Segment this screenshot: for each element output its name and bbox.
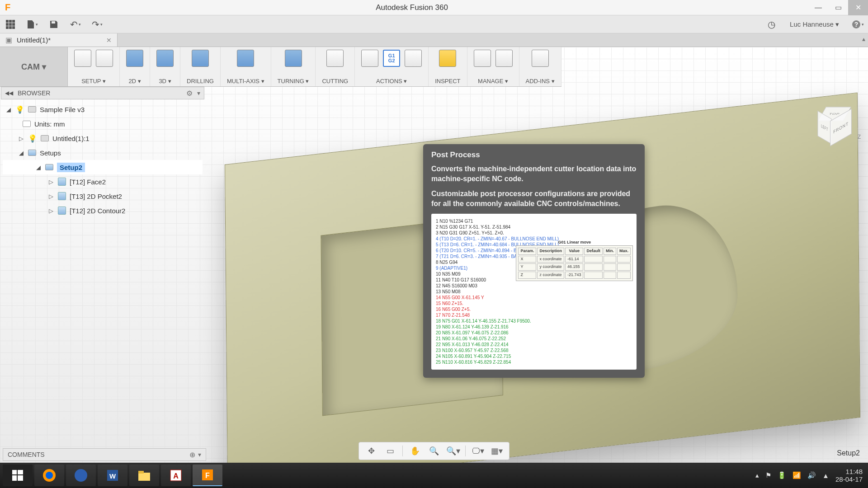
tree-op-pocket[interactable]: ▷ [T13] 2D Pocket2 (3, 189, 203, 203)
grid-settings-icon[interactable]: ▦▾ (488, 444, 505, 458)
ribbon-label-drilling[interactable]: DRILLING (187, 78, 214, 84)
close-button[interactable]: ✕ (848, 0, 868, 15)
visibility-icon[interactable]: 💡 (28, 134, 37, 143)
tree-op-contour[interactable]: ▷ [T12] 2D Contour2 (3, 203, 203, 218)
ribbon-label-cutting[interactable]: CUTTING (322, 78, 348, 84)
expand-icon[interactable]: ▷ (18, 135, 24, 142)
setup-icon[interactable] (74, 50, 91, 67)
simulate-icon[interactable] (361, 50, 378, 67)
comments-panel[interactable]: COMMENTS ⊕ ▾ (3, 448, 206, 461)
taskbar-word[interactable]: W (98, 465, 127, 486)
taskbar-thunderbird[interactable] (66, 465, 96, 486)
browser-title: BROWSER (18, 89, 50, 97)
tree-root[interactable]: ◢ 💡 Sample File v3 (3, 102, 203, 117)
close-tab-icon[interactable]: ✕ (106, 37, 112, 44)
ribbon-label-3d[interactable]: 3D ▾ (159, 78, 171, 84)
post-process-icon[interactable]: G1G2 (383, 50, 400, 67)
tooltip-p2: Customizable post processor configuratio… (431, 189, 637, 208)
task-manager-icon[interactable] (495, 50, 513, 67)
add-comment-icon[interactable]: ⊕ (189, 450, 195, 459)
th: Description (537, 248, 564, 255)
orbit-icon[interactable]: ✥ (363, 444, 380, 458)
tree-units[interactable]: Units: mm (3, 117, 203, 131)
document-tab[interactable]: ▣ Untitled(1)* ✕ (0, 33, 118, 47)
ribbon-label-turning[interactable]: TURNING ▾ (278, 78, 309, 84)
taskbar-clock[interactable]: 11:48 28-04-17 (835, 468, 863, 483)
ribbon-label-setup[interactable]: SETUP ▾ (81, 78, 106, 84)
expand-icon[interactable]: ◢ (18, 150, 24, 156)
tray-battery-icon[interactable]: 🔋 (778, 471, 786, 479)
drilling-icon[interactable] (192, 50, 209, 67)
redo-icon[interactable]: ↷ (90, 18, 104, 31)
ribbon-label-addins[interactable]: ADD-INS ▾ (526, 78, 555, 84)
browser-header[interactable]: ◀◀ BROWSER ⚙ ▾ (1, 87, 204, 99)
expand-icon[interactable]: ▷ (48, 193, 54, 200)
taskbar-firefox[interactable] (34, 465, 64, 486)
user-menu[interactable]: Luc Hanneuse ▾ (786, 20, 843, 28)
tool-library-icon[interactable] (474, 50, 491, 67)
tray-show-hidden-icon[interactable]: ▴ (755, 471, 759, 479)
ribbon-label-manage[interactable]: MANAGE ▾ (478, 78, 508, 84)
expand-icon[interactable]: ◢ (5, 106, 12, 113)
app-title: Autodesk Fusion 360 (15, 3, 808, 12)
tray-flag-icon[interactable]: ⚑ (765, 471, 771, 479)
tree-setups[interactable]: ◢ Setups (3, 145, 203, 160)
browser-settings-icon[interactable]: ⚙ (186, 89, 193, 98)
3d-icon[interactable] (156, 50, 174, 67)
svg-text:W: W (109, 472, 116, 480)
svg-rect-15 (18, 475, 23, 481)
tray-volume-icon[interactable]: 🔊 (807, 471, 816, 479)
expand-ribbon-icon[interactable]: ▴ (862, 35, 865, 42)
look-at-icon[interactable]: ▭ (382, 444, 399, 458)
pan-icon[interactable]: ✋ (406, 444, 424, 458)
folder-icon[interactable] (96, 50, 113, 67)
th: Param. (518, 248, 536, 255)
help-icon[interactable]: ? (851, 18, 864, 31)
expand-icon[interactable]: ◢ (35, 164, 42, 171)
display-settings-icon[interactable]: 🖵▾ (469, 444, 486, 458)
table-caption: G01 Linear move (516, 240, 633, 245)
job-status-icon[interactable]: ◷ (764, 18, 778, 31)
comments-dropdown-icon[interactable]: ▾ (198, 451, 201, 458)
browser-panel: ◀◀ BROWSER ⚙ ▾ ◢ 💡 Sample File v3 Units:… (1, 87, 204, 221)
cutting-icon[interactable] (326, 50, 344, 67)
start-button[interactable] (3, 465, 33, 486)
taskbar-adobe-reader[interactable]: A (161, 465, 191, 486)
ribbon-label-multiaxis[interactable]: MULTI-AXIS ▾ (227, 78, 264, 84)
visibility-icon[interactable]: 💡 (15, 105, 24, 114)
minimize-button[interactable]: — (808, 0, 828, 15)
ribbon-label-actions[interactable]: ACTIONS ▾ (376, 78, 407, 84)
component-icon (41, 135, 49, 141)
svg-rect-3 (6, 23, 9, 26)
tree-untitled[interactable]: ▷ 💡 Untitled(1):1 (3, 131, 203, 145)
browser-dropdown-icon[interactable]: ▾ (197, 89, 200, 97)
collapse-icon[interactable]: ◀◀ (5, 90, 13, 96)
tree-setup2[interactable]: ◢ Setup2 (3, 160, 203, 174)
workspace-switcher[interactable]: CAM ▾ (0, 47, 68, 86)
data-panel-icon[interactable] (4, 18, 17, 31)
addins-icon[interactable] (532, 50, 549, 67)
expand-icon[interactable]: ▷ (48, 178, 54, 185)
inspect-icon[interactable] (439, 50, 456, 67)
taskbar-fusion360[interactable]: F (193, 465, 222, 486)
save-icon[interactable] (47, 18, 61, 31)
tree-op-face[interactable]: ▷ [T12] Face2 (3, 174, 203, 189)
turning-icon[interactable] (285, 50, 302, 67)
undo-icon[interactable]: ↶ (69, 18, 82, 31)
tray-network-icon[interactable]: 📶 (793, 471, 801, 479)
maximize-button[interactable]: ▭ (828, 0, 848, 15)
tray-drive-icon[interactable]: ▲ (822, 472, 829, 479)
ribbon-label-inspect[interactable]: INSPECT (435, 78, 460, 84)
ribbon-label-2d[interactable]: 2D ▾ (128, 78, 141, 84)
2d-icon[interactable] (126, 50, 143, 67)
zoom-icon[interactable]: 🔍 (425, 444, 443, 458)
zoom-window-icon[interactable]: 🔍▾ (444, 444, 462, 458)
quick-access-toolbar: ↶ ↷ ◷ Luc Hanneuse ▾ ? (0, 15, 868, 33)
gcode-line: 14 N55 G00 X-61.145 Y (436, 295, 632, 300)
setup-sheet-icon[interactable] (405, 50, 422, 67)
expand-icon[interactable]: ▷ (48, 207, 54, 214)
multiaxis-icon[interactable] (237, 50, 254, 67)
file-menu-icon[interactable] (25, 18, 39, 31)
taskbar-explorer[interactable] (129, 465, 159, 486)
viewcube[interactable]: TOP LEFT FRONT Z (816, 101, 853, 137)
